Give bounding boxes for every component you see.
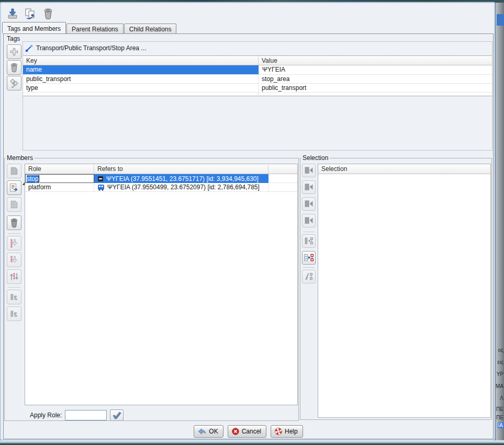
member-role-editor[interactable]: stop [25, 174, 94, 183]
members-section-label: Members [5, 154, 35, 162]
ok-button-label: OK [209, 428, 218, 435]
tag-value-cell[interactable]: public_transport [259, 84, 492, 92]
remove-selected-members-icon [304, 271, 314, 282]
help-button[interactable]: Help [271, 425, 303, 438]
stop-node-icon [97, 176, 104, 182]
delete-tag-button[interactable] [7, 60, 21, 75]
tag-editor-panel: Transport/Public Transport/Stop Area ...… [23, 41, 492, 151]
copy-members-icon [9, 166, 19, 176]
sort-members-button[interactable] [7, 269, 21, 284]
remove-selected-members-button[interactable] [302, 270, 316, 283]
remove-member-button[interactable] [7, 215, 21, 230]
tag-column-header-value[interactable]: Value [259, 56, 492, 65]
add-selected-at-end-button[interactable] [302, 214, 316, 227]
add-selected-at-start-button[interactable] [302, 164, 316, 177]
member-column-header-blank [268, 168, 297, 169]
apply-role-input[interactable] [65, 410, 107, 420]
tag-value-cell[interactable]: stop_area [259, 75, 492, 83]
relation-editor-dialog: Tags and Members Parent Relations Child … [0, 2, 495, 440]
tag-table: Key Value name ΨΥΓΕΙΑ public_transport s… [23, 55, 492, 96]
apply-role-button[interactable] [110, 409, 124, 421]
add-all-objects-button[interactable] [302, 234, 316, 248]
refresh-relation-icon [24, 7, 37, 20]
tag-key-cell[interactable]: name [23, 65, 259, 74]
add-tag-icon [9, 47, 19, 57]
selection-column-header[interactable]: Selection [318, 165, 490, 173]
select-members-button[interactable] [302, 251, 316, 265]
delete-tag-icon [9, 62, 19, 73]
tab-tags-and-members[interactable]: Tags and Members [2, 22, 66, 33]
add-selected-before-button[interactable] [302, 180, 316, 194]
add-selected-after-button[interactable] [302, 197, 316, 211]
background-window-sliver: ος εις ΥΡ ΜΑ Λ ΠΕ ΠΕ ΙΑ [495, 3, 504, 442]
delete-relation-button[interactable] [41, 6, 55, 21]
tag-value-cell[interactable]: ΨΥΓΕΙΑ [259, 65, 492, 74]
member-role-cell[interactable]: platform [25, 183, 94, 191]
apply-role-row: Apply Role: [30, 409, 124, 421]
ok-button[interactable]: OK [194, 425, 223, 438]
add-all-objects-icon [304, 236, 314, 246]
tag-table-empty-space [23, 93, 492, 96]
member-table: Role Refers to stop [25, 164, 298, 405]
refresh-relation-button[interactable] [23, 6, 38, 21]
apply-changes-icon [6, 7, 19, 20]
apply-changes-button[interactable] [5, 6, 20, 21]
background-list-fragment-selected: ΙΑ [498, 423, 503, 428]
download-incomplete-members-icon [9, 309, 19, 319]
member-column-header-role[interactable]: Role [25, 165, 94, 173]
add-tag-button[interactable] [7, 44, 21, 59]
button-separator [8, 233, 20, 234]
tag-row[interactable]: public_transport stop_area [23, 75, 492, 84]
member-refers-to-text: ΨΥΓΕΙΑ (37.9550499, 23.6752097) [id: 2,7… [107, 184, 260, 191]
paste-tags-button[interactable] [7, 76, 21, 90]
background-list-fragment: ΜΑ [496, 383, 503, 389]
tab-child-relations[interactable]: Child Relations [124, 24, 177, 33]
cancel-icon [231, 427, 240, 436]
tag-column-header-key[interactable]: Key [23, 56, 259, 65]
tags-section-label: Tags [5, 35, 21, 42]
delete-relation-icon [42, 7, 54, 20]
cancel-button[interactable]: Cancel [228, 425, 266, 438]
paste-members-icon [9, 182, 19, 193]
move-member-down-button[interactable] [7, 236, 21, 250]
add-at-start-icon [304, 165, 314, 176]
member-refers-to-cell[interactable]: ΨΥΓΕΙΑ (37.9550499, 23.6752097) [id: 2,7… [94, 183, 268, 191]
duplicate-member-button[interactable] [7, 197, 21, 212]
preset-link-row[interactable]: Transport/Public Transport/Stop Area ... [23, 42, 492, 54]
sort-members-icon [9, 271, 19, 282]
member-row[interactable]: stop ΨΥΓΕΙΑ (37.9551451, 23.6751717) [id… [25, 174, 297, 183]
selection-table-header: Selection [318, 164, 490, 174]
select-members-icon [304, 253, 314, 263]
member-row[interactable]: platform ΨΥΓΕΙΑ (37.9550499, 23.6752 [25, 183, 297, 192]
button-separator [8, 287, 20, 288]
download-members-button[interactable] [7, 290, 21, 304]
preset-link-label[interactable]: Transport/Public Transport/Stop Area ... [36, 44, 146, 52]
tag-key-cell[interactable]: type [23, 84, 259, 92]
tab-parent-relations[interactable]: Parent Relations [66, 24, 124, 33]
background-list-fragment: εις [498, 359, 504, 365]
paste-members-button[interactable] [7, 180, 21, 195]
window-bottom-border [0, 440, 504, 445]
tag-key-cell[interactable]: public_transport [23, 75, 259, 83]
duplicate-member-icon [9, 199, 19, 210]
cancel-button-label: Cancel [242, 428, 261, 435]
relation-toolbar [5, 5, 55, 22]
tag-row[interactable]: name ΨΥΓΕΙΑ [23, 65, 492, 75]
member-extra-cell [268, 183, 297, 191]
apply-role-label: Apply Role: [30, 412, 62, 419]
download-incomplete-members-button[interactable] [7, 306, 21, 321]
help-button-label: Help [285, 428, 298, 435]
tag-table-header: Key Value [23, 56, 492, 65]
tag-row[interactable]: type public_transport [23, 84, 492, 93]
background-list-fragment: ΥΡ [497, 371, 503, 377]
selection-section-label: Selection [301, 154, 330, 162]
member-column-header-refers-to[interactable]: Refers to [94, 165, 268, 173]
paste-tags-icon [9, 78, 19, 88]
download-members-icon [9, 292, 19, 302]
move-down-icon [9, 238, 19, 248]
move-member-bottom-button[interactable] [7, 253, 21, 267]
background-list-fragment: Λ [500, 395, 503, 401]
copy-members-button[interactable] [7, 164, 21, 178]
add-at-end-icon [304, 215, 314, 226]
member-refers-to-cell[interactable]: ΨΥΓΕΙΑ (37.9551451, 23.6751717) [id: 3,9… [94, 174, 268, 183]
